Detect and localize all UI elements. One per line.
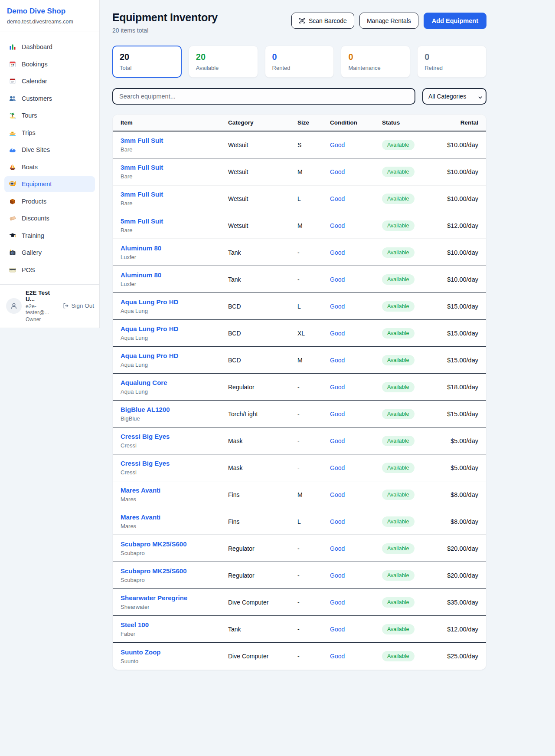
item-link[interactable]: Cressi Big Eyes bbox=[121, 460, 170, 467]
table-row: Steel 100 Faber Tank - Good Available $1… bbox=[113, 616, 486, 643]
size-cell: L bbox=[297, 518, 330, 525]
stats-row: 20 Total 20 Available 0 Rented 0 Mainten… bbox=[112, 46, 486, 78]
item-link[interactable]: Shearwater Peregrine bbox=[121, 594, 187, 602]
sidebar-item-trips[interactable]: Trips bbox=[4, 125, 95, 141]
status-badge: Available bbox=[382, 355, 415, 365]
condition-link[interactable]: Good bbox=[330, 168, 345, 175]
size-cell: - bbox=[297, 572, 330, 579]
sidebar-item-training[interactable]: Training bbox=[4, 227, 95, 243]
item-link[interactable]: Steel 100 bbox=[121, 621, 149, 628]
item-link[interactable]: 5mm Full Suit bbox=[121, 217, 163, 225]
table-row: Shearwater Peregrine Shearwater Dive Com… bbox=[113, 589, 486, 616]
bar-chart-icon bbox=[9, 43, 16, 51]
stat-card-rented[interactable]: 0 Rented bbox=[265, 46, 334, 78]
condition-link[interactable]: Good bbox=[330, 276, 345, 283]
item-link[interactable]: Aluminum 80 bbox=[121, 271, 161, 279]
condition-link[interactable]: Good bbox=[330, 518, 345, 525]
condition-link[interactable]: Good bbox=[330, 384, 345, 391]
sidebar-item-customers[interactable]: Customers bbox=[4, 90, 95, 106]
condition-link[interactable]: Good bbox=[330, 195, 345, 202]
search-input[interactable] bbox=[112, 88, 415, 105]
category-cell: Tank bbox=[228, 276, 297, 283]
wave-icon bbox=[9, 146, 16, 154]
status-badge: Available bbox=[382, 597, 415, 608]
condition-link[interactable]: Good bbox=[330, 222, 345, 229]
item-link[interactable]: Scubapro MK25/S600 bbox=[121, 540, 187, 548]
user-name: E2E Test U... bbox=[26, 289, 59, 302]
sidebar-item-label: Dive Sites bbox=[22, 146, 50, 153]
condition-link[interactable]: Good bbox=[330, 411, 345, 417]
sidebar-item-bookings[interactable]: 17 Bookings bbox=[4, 56, 95, 72]
item-brand: Luxfer bbox=[121, 254, 228, 260]
category-filter[interactable]: All Categories bbox=[422, 88, 486, 105]
category-cell: BCD bbox=[228, 330, 297, 337]
condition-link[interactable]: Good bbox=[330, 572, 345, 579]
item-brand: Mares bbox=[121, 523, 228, 529]
category-cell: Wetsuit bbox=[228, 195, 297, 202]
item-brand: BigBlue bbox=[121, 415, 228, 422]
item-link[interactable]: Aluminum 80 bbox=[121, 244, 161, 252]
sidebar-item-dashboard[interactable]: Dashboard bbox=[4, 39, 95, 55]
status-badge: Available bbox=[382, 274, 415, 285]
item-link[interactable]: Scubapro MK25/S600 bbox=[121, 567, 187, 575]
column-header-item: Item bbox=[121, 119, 228, 126]
item-link[interactable]: Cressi Big Eyes bbox=[121, 433, 170, 440]
rental-cell: $5.00/day bbox=[439, 464, 478, 471]
item-link[interactable]: Aqua Lung Pro HD bbox=[121, 352, 178, 359]
item-link[interactable]: Suunto Zoop bbox=[121, 648, 160, 656]
item-link[interactable]: 3mm Full Suit bbox=[121, 164, 163, 171]
sidebar-item-pos[interactable]: POS bbox=[4, 262, 95, 278]
status-badge: Available bbox=[382, 301, 415, 312]
add-equipment-button[interactable]: Add Equipment bbox=[424, 13, 486, 29]
sign-out-button[interactable]: Sign Out bbox=[62, 302, 94, 309]
rental-cell: $10.00/day bbox=[439, 168, 478, 175]
category-cell: Wetsuit bbox=[228, 141, 297, 148]
condition-link[interactable]: Good bbox=[330, 303, 345, 310]
condition-link[interactable]: Good bbox=[330, 626, 345, 633]
sidebar-item-dive-sites[interactable]: Dive Sites bbox=[4, 142, 95, 158]
item-link[interactable]: BigBlue AL1200 bbox=[121, 406, 170, 413]
stat-card-retired[interactable]: 0 Retired bbox=[417, 46, 486, 78]
sidebar-item-discounts[interactable]: Discounts bbox=[4, 210, 95, 227]
condition-link[interactable]: Good bbox=[330, 330, 345, 337]
category-cell: Torch/Light bbox=[228, 411, 297, 417]
sidebar-item-calendar[interactable]: Calendar bbox=[4, 73, 95, 89]
scan-barcode-button[interactable]: Scan Barcode bbox=[291, 13, 354, 29]
item-link[interactable]: 3mm Full Suit bbox=[121, 137, 163, 144]
condition-link[interactable]: Good bbox=[330, 437, 345, 444]
sidebar-item-equipment[interactable]: Equipment bbox=[4, 176, 95, 192]
stat-card-total[interactable]: 20 Total bbox=[112, 46, 182, 78]
condition-link[interactable]: Good bbox=[330, 599, 345, 606]
item-link[interactable]: Mares Avanti bbox=[121, 486, 160, 494]
condition-link[interactable]: Good bbox=[330, 491, 345, 498]
item-link[interactable]: 3mm Full Suit bbox=[121, 191, 163, 198]
stat-card-maintenance[interactable]: 0 Maintenance bbox=[341, 46, 410, 78]
sign-out-label: Sign Out bbox=[71, 302, 94, 309]
condition-link[interactable]: Good bbox=[330, 141, 345, 148]
rental-cell: $8.00/day bbox=[439, 491, 478, 498]
manage-rentals-button[interactable]: Manage Rentals bbox=[359, 13, 418, 29]
sidebar-item-label: Training bbox=[22, 232, 44, 239]
condition-link[interactable]: Good bbox=[330, 357, 345, 364]
credit-card-icon bbox=[9, 266, 16, 274]
category-cell: Tank bbox=[228, 626, 297, 633]
item-brand: Cressi bbox=[121, 469, 228, 476]
condition-link[interactable]: Good bbox=[330, 464, 345, 471]
size-cell: - bbox=[297, 411, 330, 417]
status-badge: Available bbox=[382, 167, 415, 177]
sidebar-item-tours[interactable]: Tours bbox=[4, 108, 95, 124]
sidebar-item-boats[interactable]: Boats bbox=[4, 159, 95, 175]
item-link[interactable]: Aqualung Core bbox=[121, 379, 167, 386]
item-link[interactable]: Aqua Lung Pro HD bbox=[121, 325, 178, 332]
camera-icon bbox=[9, 249, 16, 256]
condition-link[interactable]: Good bbox=[330, 249, 345, 256]
sidebar-item-products[interactable]: Products bbox=[4, 193, 95, 209]
condition-link[interactable]: Good bbox=[330, 653, 345, 660]
stat-card-available[interactable]: 20 Available bbox=[189, 46, 258, 78]
item-brand: Aqua Lung bbox=[121, 308, 228, 314]
status-badge: Available bbox=[382, 140, 415, 150]
item-link[interactable]: Aqua Lung Pro HD bbox=[121, 298, 178, 306]
condition-link[interactable]: Good bbox=[330, 545, 345, 552]
sidebar-item-gallery[interactable]: Gallery bbox=[4, 245, 95, 261]
item-link[interactable]: Mares Avanti bbox=[121, 513, 160, 521]
